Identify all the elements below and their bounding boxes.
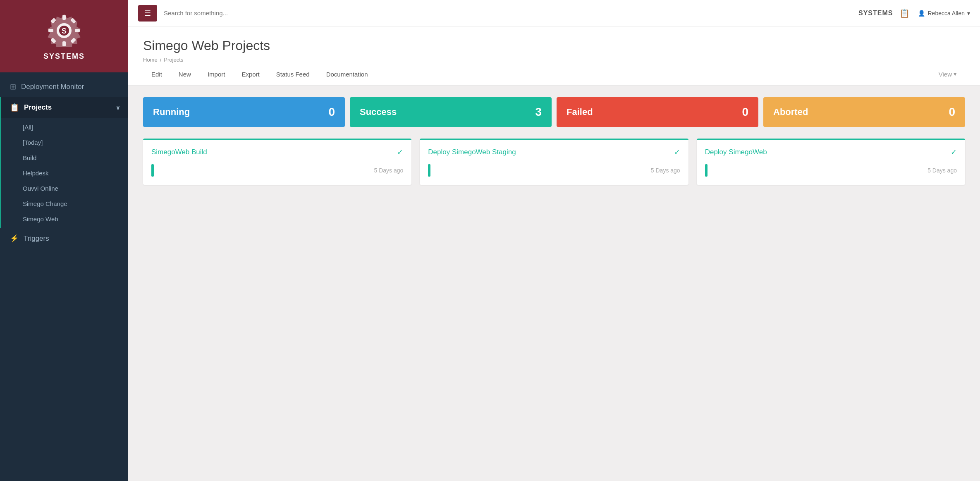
- running-label: Running: [153, 107, 190, 117]
- status-card-success[interactable]: Success 3: [350, 97, 552, 127]
- aborted-label: Aborted: [773, 107, 808, 117]
- topbar-title: SYSTEMS: [858, 10, 893, 17]
- project-card-header-1: Deploy SimegoWeb Staging ✓: [428, 148, 680, 157]
- breadcrumb: Home / Projects: [143, 57, 965, 63]
- projects-row: SimegoWeb Build ✓ 5 Days ago Deploy Sime…: [143, 139, 965, 185]
- sidebar-item-triggers[interactable]: ⚡ Triggers: [0, 228, 128, 249]
- view-arrow-icon: ▾: [954, 70, 957, 78]
- project-card-1: Deploy SimegoWeb Staging ✓ 5 Days ago: [420, 139, 688, 185]
- page-header: Simego Web Projects Home / Projects: [128, 26, 980, 63]
- project-card-2: Deploy SimegoWeb ✓ 5 Days ago: [697, 139, 965, 185]
- sidebar-item-helpdesk[interactable]: Helpdesk: [1, 165, 128, 181]
- user-name: Rebecca Allen: [927, 10, 965, 17]
- project-time-1: 5 Days ago: [651, 167, 680, 174]
- view-label: View: [939, 71, 952, 78]
- user-icon: 👤: [918, 10, 925, 17]
- sidebar-item-all[interactable]: [All]: [1, 120, 128, 135]
- sidebar-logo: S SYSTEMS: [0, 0, 128, 72]
- toolbar-edit[interactable]: Edit: [143, 63, 170, 85]
- project-name-2[interactable]: Deploy SimegoWeb: [705, 148, 767, 156]
- project-card-0: SimegoWeb Build ✓ 5 Days ago: [143, 139, 411, 185]
- project-bar-2: [705, 164, 708, 177]
- project-time-0: 5 Days ago: [374, 167, 404, 174]
- projects-label: Projects: [24, 103, 111, 112]
- sidebar-item-label: Deployment Monitor: [21, 83, 120, 91]
- project-card-header-2: Deploy SimegoWeb ✓: [705, 148, 957, 157]
- triggers-label: Triggers: [24, 235, 49, 243]
- projects-sub-items: [All] [Today] Build Helpdesk Ouvvi Onlin…: [1, 118, 128, 228]
- topbar-right: 📋 👤 Rebecca Allen ▾: [899, 8, 970, 18]
- sidebar-group-projects-header[interactable]: 📋 Projects ∨: [1, 97, 128, 118]
- book-icon[interactable]: 📋: [899, 8, 910, 18]
- user-menu[interactable]: 👤 Rebecca Allen ▾: [918, 10, 970, 17]
- status-card-failed[interactable]: Failed 0: [557, 97, 758, 127]
- main-content: ☰ SYSTEMS 📋 👤 Rebecca Allen ▾ Simego Web…: [128, 0, 980, 481]
- menu-button[interactable]: ☰: [138, 5, 157, 22]
- projects-icon: 📋: [10, 103, 19, 112]
- project-check-icon-1: ✓: [674, 148, 680, 157]
- toolbar-export[interactable]: Export: [233, 63, 268, 85]
- sidebar-item-build[interactable]: Build: [1, 150, 128, 165]
- breadcrumb-separator: /: [160, 57, 162, 63]
- toolbar-status-feed[interactable]: Status Feed: [268, 63, 318, 85]
- page-title: Simego Web Projects: [143, 38, 965, 53]
- sidebar-item-today[interactable]: [Today]: [1, 135, 128, 150]
- toolbar-view[interactable]: View ▾: [930, 63, 965, 85]
- failed-count: 0: [742, 105, 748, 119]
- project-check-icon-0: ✓: [397, 148, 403, 157]
- sidebar-item-ouvvi[interactable]: Ouvvi Online: [1, 181, 128, 196]
- success-count: 3: [535, 105, 542, 119]
- sidebar-group-projects: 📋 Projects ∨ [All] [Today] Build Helpdes…: [0, 97, 128, 228]
- project-card-footer-0: 5 Days ago: [151, 164, 403, 177]
- toolbar-new[interactable]: New: [170, 63, 199, 85]
- sidebar-item-simego-web[interactable]: Simego Web: [1, 211, 128, 227]
- sidebar-item-simego-change[interactable]: Simego Change: [1, 196, 128, 211]
- aborted-count: 0: [949, 105, 955, 119]
- project-card-footer-1: 5 Days ago: [428, 164, 680, 177]
- grid-icon: ⊞: [10, 82, 16, 91]
- project-card-body-1: Deploy SimegoWeb Staging ✓ 5 Days ago: [420, 140, 688, 185]
- chevron-down-icon: ∨: [116, 104, 120, 111]
- sidebar-logo-title: SYSTEMS: [43, 52, 85, 61]
- svg-rect-4: [62, 41, 66, 46]
- toolbar: Edit New Import Export Status Feed Docum…: [128, 63, 980, 86]
- project-name-0[interactable]: SimegoWeb Build: [151, 148, 207, 156]
- search-input[interactable]: [164, 10, 852, 17]
- breadcrumb-home[interactable]: Home: [143, 57, 158, 63]
- failed-label: Failed: [566, 107, 593, 117]
- sidebar-item-deployment-monitor[interactable]: ⊞ Deployment Monitor: [0, 77, 128, 97]
- status-card-running[interactable]: Running 0: [143, 97, 345, 127]
- toolbar-import[interactable]: Import: [199, 63, 234, 85]
- running-count: 0: [328, 105, 335, 119]
- project-name-1[interactable]: Deploy SimegoWeb Staging: [428, 148, 516, 156]
- svg-rect-5: [48, 29, 53, 32]
- lightning-icon: ⚡: [10, 234, 19, 243]
- project-check-icon-2: ✓: [951, 148, 957, 157]
- topbar: ☰ SYSTEMS 📋 👤 Rebecca Allen ▾: [128, 0, 980, 26]
- project-time-2: 5 Days ago: [927, 167, 957, 174]
- toolbar-documentation[interactable]: Documentation: [318, 63, 376, 85]
- user-chevron-icon: ▾: [967, 10, 970, 17]
- project-card-header-0: SimegoWeb Build ✓: [151, 148, 403, 157]
- status-row: Running 0 Success 3 Failed 0 Aborted 0: [143, 97, 965, 127]
- logo-icon: S: [48, 14, 81, 47]
- svg-text:S: S: [62, 27, 67, 35]
- status-card-aborted[interactable]: Aborted 0: [763, 97, 965, 127]
- project-card-body-0: SimegoWeb Build ✓ 5 Days ago: [143, 140, 411, 185]
- hamburger-icon: ☰: [144, 9, 151, 18]
- svg-rect-3: [62, 15, 66, 20]
- project-card-body-2: Deploy SimegoWeb ✓ 5 Days ago: [697, 140, 965, 185]
- project-card-footer-2: 5 Days ago: [705, 164, 957, 177]
- success-label: Success: [360, 107, 397, 117]
- svg-rect-6: [75, 29, 80, 32]
- project-bar-1: [428, 164, 430, 177]
- project-bar-0: [151, 164, 154, 177]
- breadcrumb-current: Projects: [164, 57, 183, 63]
- sidebar: S SYSTEMS ⊞ Deployment Monitor: [0, 0, 128, 481]
- content-area: Running 0 Success 3 Failed 0 Aborted 0: [128, 86, 980, 196]
- sidebar-nav: ⊞ Deployment Monitor 📋 Projects ∨ [All] …: [0, 72, 128, 481]
